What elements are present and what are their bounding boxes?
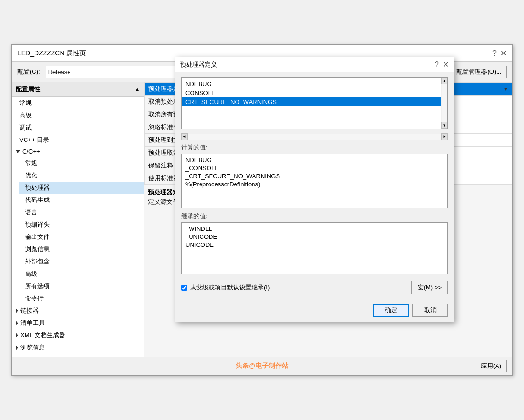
computed-item-1: NDEBUG <box>185 156 444 164</box>
sidebar-group-manifest[interactable]: 清单工具 <box>12 317 144 329</box>
listbox-item-console[interactable]: CONSOLE <box>182 88 447 97</box>
sidebar-item-output[interactable]: 输出文件 <box>19 231 144 243</box>
config-value: Release <box>48 69 71 76</box>
sidebar-group-browse2[interactable]: 浏览信息 <box>12 341 144 354</box>
inherit-checkbox-label: 从父级或项目默认设置继承(I) <box>190 283 270 292</box>
sidebar-header: 配置属性 ▲ <box>12 82 144 97</box>
dialog-close-icon[interactable]: ✕ <box>443 60 449 69</box>
editable-listbox[interactable]: NDEBUG CONSOLE CRT_SECURE_NO_WARNINGS ▲ … <box>181 77 448 129</box>
main-footer: 应用(A) <box>12 357 512 375</box>
sidebar-title: 配置属性 <box>16 85 40 94</box>
window-title: LED_DZZZZCN 属性页 <box>17 49 86 58</box>
inherited-box: _WINDLL _UNICODE UNICODE <box>181 222 448 274</box>
sidebar-item-optimization[interactable]: 优化 <box>19 169 144 182</box>
listbox-item-ndebug[interactable]: NDEBUG <box>182 79 447 88</box>
xml-expand-icon <box>16 333 18 338</box>
sidebar-item-cpp-general[interactable]: 常规 <box>19 157 144 169</box>
inherited-item-3: UNICODE <box>185 241 444 249</box>
macro-button[interactable]: 宏(M) >> <box>411 281 448 294</box>
sidebar-collapse-icon[interactable]: ▲ <box>134 86 140 93</box>
computed-item-4: %(PreprocessorDefinitions) <box>185 180 444 188</box>
dialog-title-controls: ? ✕ <box>435 60 449 69</box>
linker-expand-icon <box>16 308 18 313</box>
expand-icon <box>16 150 20 153</box>
dialog-cancel-button[interactable]: 取消 <box>412 304 448 317</box>
sidebar-item-cmdline[interactable]: 命令行 <box>19 292 144 305</box>
inherited-inner: _WINDLL _UNICODE UNICODE <box>182 223 447 251</box>
sidebar: 配置属性 ▲ 常规 高级 调试 VC++ 目录 C/C++ 常规 优化 预处理器… <box>12 82 144 357</box>
computed-item-2: _CONSOLE <box>185 164 444 172</box>
sidebar-item-pch[interactable]: 预编译头 <box>19 219 144 231</box>
dialog-title-bar: 预处理器定义 ? ✕ <box>175 57 454 72</box>
browse2-expand-icon <box>16 345 18 350</box>
manifest-expand-icon <box>16 321 18 325</box>
dialog-footer: 从父级或项目默认设置继承(I) 宏(M) >> <box>181 278 448 297</box>
apply-button[interactable]: 应用(A) <box>476 360 507 372</box>
computed-box: NDEBUG _CONSOLE _CRT_SECURE_NO_WARNINGS … <box>181 154 448 208</box>
inherited-item-1: _WINDLL <box>185 225 444 233</box>
sidebar-group-build-events[interactable]: 生成事件 <box>12 354 144 357</box>
sidebar-item-vcdirs[interactable]: VC++ 目录 <box>12 134 144 146</box>
hscroll-left-arrow[interactable]: ◄ <box>181 133 188 140</box>
sidebar-group-cpp[interactable]: C/C++ <box>12 146 144 157</box>
config-label: 配置(C): <box>17 68 40 76</box>
inherited-label: 继承的值: <box>181 212 448 220</box>
computed-label: 计算的值: <box>181 143 448 152</box>
main-window: LED_DZZZZCN 属性页 ? ✕ 配置(C): Release ▼ 平台(… <box>11 44 513 376</box>
sidebar-group-cpp-label: C/C++ <box>22 148 40 155</box>
sidebar-group-browse2-label: 浏览信息 <box>20 343 45 352</box>
checkbox-row: 从父级或项目默认设置继承(I) <box>181 283 270 292</box>
sidebar-item-allopts[interactable]: 所有选项 <box>19 280 144 292</box>
computed-inner: NDEBUG _CONSOLE _CRT_SECURE_NO_WARNINGS … <box>182 154 447 190</box>
vscroll-track[interactable] <box>442 84 447 122</box>
inherited-item-2: _UNICODE <box>185 233 444 241</box>
hscroll-track[interactable] <box>188 134 441 140</box>
title-controls: ? ✕ <box>492 49 507 58</box>
hscroll-right-arrow[interactable]: ► <box>441 133 448 140</box>
sidebar-group-manifest-label: 清单工具 <box>20 319 45 327</box>
config-manager-button[interactable]: 配置管理器(O)... <box>451 66 507 78</box>
editable-listbox-inner: NDEBUG CONSOLE CRT_SECURE_NO_WARNINGS <box>182 78 447 108</box>
editable-listbox-hscrollbar[interactable]: ◄ ► <box>181 133 448 140</box>
sidebar-item-advanced2[interactable]: 高级 <box>19 268 144 280</box>
editable-listbox-vscrollbar[interactable]: ▲ ▼ <box>441 78 447 129</box>
listbox-item-crt[interactable]: CRT_SECURE_NO_WARNINGS <box>182 97 447 106</box>
help-icon[interactable]: ? <box>492 49 497 58</box>
sidebar-group-xml[interactable]: XML 文档生成器 <box>12 329 144 341</box>
sidebar-item-advanced[interactable]: 高级 <box>12 109 144 122</box>
dialog-action-buttons: 确定 取消 <box>175 302 454 322</box>
sidebar-cpp-children: 常规 优化 预处理器 代码生成 语言 预编译头 输出文件 浏览信息 外部包含 高… <box>12 157 144 305</box>
prop-dropdown-arrow[interactable]: ▼ <box>503 87 508 92</box>
vscroll-up-arrow[interactable]: ▲ <box>441 78 448 84</box>
dialog-title: 预处理器定义 <box>180 61 217 69</box>
dialog-body: NDEBUG CONSOLE CRT_SECURE_NO_WARNINGS ▲ … <box>175 72 454 302</box>
sidebar-item-browse[interactable]: 浏览信息 <box>19 243 144 255</box>
sidebar-group-linker-label: 链接器 <box>20 306 39 315</box>
dialog-help-icon[interactable]: ? <box>435 61 439 69</box>
preprocessor-dialog: 预处理器定义 ? ✕ NDEBUG CONSOLE CRT_SECURE_NO_… <box>175 57 454 322</box>
computed-item-3: _CRT_SECURE_NO_WARNINGS <box>185 172 444 180</box>
sidebar-group-build-events-label: 生成事件 <box>20 356 45 357</box>
sidebar-item-external[interactable]: 外部包含 <box>19 255 144 268</box>
close-icon[interactable]: ✕ <box>500 49 507 58</box>
vscroll-down-arrow[interactable]: ▼ <box>441 122 448 129</box>
sidebar-group-linker[interactable]: 链接器 <box>12 305 144 317</box>
sidebar-item-language[interactable]: 语言 <box>19 206 144 219</box>
dialog-ok-button[interactable]: 确定 <box>373 304 409 317</box>
sidebar-item-codegen[interactable]: 代码生成 <box>19 194 144 206</box>
sidebar-item-debug[interactable]: 调试 <box>12 122 144 134</box>
sidebar-group-xml-label: XML 文档生成器 <box>20 331 65 340</box>
sidebar-item-general[interactable]: 常规 <box>12 97 144 109</box>
inherit-checkbox[interactable] <box>181 285 187 291</box>
sidebar-item-preprocessor[interactable]: 预处理器 <box>19 182 144 194</box>
